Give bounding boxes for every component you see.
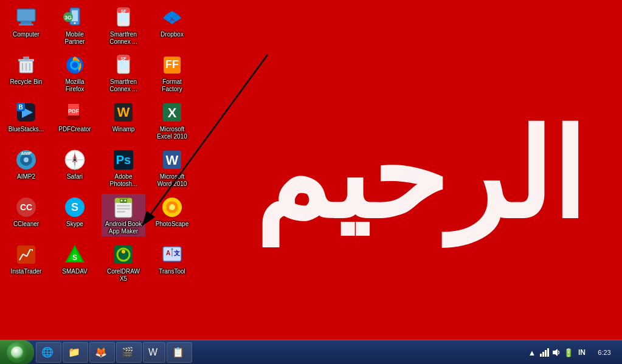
tray-network-icon[interactable] [538,340,550,364]
icon-transtool-label: TransTool [159,268,185,275]
clock[interactable]: 6:23 [589,340,620,364]
svg-rect-97 [545,350,547,357]
icon-dropbox[interactable]: Dropbox [149,3,195,48]
icon-mozilla-firefox[interactable]: MozillaFirefox [52,50,98,95]
svg-point-5 [74,22,76,24]
svg-point-70 [121,200,123,202]
svg-point-71 [125,200,126,202]
svg-text:FF: FF [165,58,179,70]
svg-point-25 [72,62,78,68]
taskbar-misc-button[interactable]: 📋 [167,342,192,363]
icon-instatrader-label: InstaTrader [11,268,42,275]
icon-pdfcreator[interactable]: PDF PDFCreator [52,98,98,143]
start-button[interactable] [0,340,34,365]
svg-rect-0 [17,9,35,21]
icon-android-book-label: Android BookApp Maker [105,221,142,235]
svg-text:W: W [166,153,179,168]
svg-point-76 [169,204,175,210]
svg-rect-77 [17,246,35,264]
icon-winamp-label: Winamp [112,126,135,133]
taskbar-explorer-button[interactable]: 📁 [63,342,88,363]
svg-text:A: A [166,250,170,256]
svg-text:CC: CC [20,202,32,212]
taskbar-word-button[interactable]: W [143,342,165,363]
icon-winamp[interactable]: W Winamp [100,98,147,143]
icon-smadav[interactable]: S SMADAV [52,240,98,285]
start-orb [7,342,27,363]
arabic-text: الرحيم [213,12,622,340]
explorer-icon: 📁 [68,346,80,358]
icon-ccleaner-label: CCleaner [13,221,39,228]
icon-photoscape[interactable]: PhotoScape [149,193,195,238]
icon-recycle-bin[interactable]: Recycle Bin [3,50,49,95]
icon-firefox-label: MozillaFirefox [65,78,84,93]
tray-volume-icon[interactable] [550,340,562,364]
misc-icon: 📋 [172,346,184,358]
icon-photoshop[interactable]: Ps AdobePhotosh... [100,145,147,190]
svg-rect-67 [117,208,130,210]
icon-smartfren-1[interactable]: SF SmartfrenConnex ... [100,3,147,48]
language-indicator[interactable]: IN [575,348,589,357]
svg-rect-96 [542,352,544,357]
svg-rect-39 [67,115,80,120]
icon-smartfren2-label: SmartfrenConnex ... [109,78,137,93]
svg-rect-98 [547,348,549,357]
icon-bluestacks-label: BlueStacks... [9,126,44,133]
icon-aimp2[interactable]: AIMP AIMP2 [3,145,49,190]
ie-icon: 🌐 [41,346,54,358]
taskbar-ie-button[interactable]: 🌐 [36,342,61,363]
icon-smadav-label: SMADAV [62,268,88,275]
taskbar-media-button[interactable]: 🎬 [116,342,142,363]
icon-skype[interactable]: S Skype [52,193,98,238]
svg-point-87 [122,250,125,253]
icon-ccleaner[interactable]: CC CCleaner [3,193,49,238]
svg-text:B: B [18,104,22,111]
icon-bluestacks[interactable]: B BlueStacks... [3,98,49,143]
icon-format-label: FormatFactory [162,78,182,93]
icon-android-book[interactable]: Android BookApp Maker [100,193,147,238]
svg-text:SF: SF [121,57,127,61]
icon-transtool[interactable]: A 文 TransTool [149,240,195,285]
icon-safari-label: Safari [67,173,83,180]
icon-mobile-partner-label: MobilePartner [65,31,85,46]
icon-photoshop-label: AdobePhotosh... [109,173,137,188]
svg-text:S: S [71,201,78,213]
desktop-icons: Computer 3G MobilePartner SF SmartfrenCo… [0,0,207,337]
svg-text:PDF: PDF [68,108,80,114]
svg-rect-2 [19,24,33,26]
icon-dropbox-label: Dropbox [161,31,184,38]
icon-word-2010[interactable]: W MicrosoftWord 2010 [149,145,195,190]
icon-word-label: MicrosoftWord 2010 [157,173,187,188]
icon-smartfren-2[interactable]: SF SmartfrenConnex ... [100,50,147,95]
start-orb-inner [11,346,23,359]
taskbar: 🌐 📁 🦊 🎬 W 📋 ▲ 🔋 IN [0,340,622,364]
tray-battery-icon[interactable]: 🔋 [562,340,575,364]
clock-time: 6:23 [598,349,610,356]
svg-text:X: X [168,105,177,120]
icon-aimp2-label: AIMP2 [17,173,35,180]
icon-excel-2010[interactable]: X MicrosoftExcel 2010 [149,98,195,143]
icon-mobile-partner[interactable]: 3G MobilePartner [52,3,98,48]
svg-text:W: W [117,105,130,120]
tray-arrow-icon[interactable]: ▲ [526,340,538,364]
icon-coreldraw[interactable]: CorelDRAWX5 [100,240,147,285]
svg-text:3G: 3G [64,15,72,21]
icon-computer[interactable]: Computer [3,3,49,48]
svg-rect-68 [117,211,125,213]
word-task-icon: W [148,347,157,358]
taskbar-firefox-button[interactable]: 🦊 [89,342,115,363]
icon-recycle-label: Recycle Bin [10,78,43,86]
svg-marker-99 [553,349,558,356]
icon-smartfren1-label: SmartfrenConnex ... [109,31,137,46]
icon-excel-label: MicrosoftExcel 2010 [157,126,187,140]
icon-photoscape-label: PhotoScape [156,221,189,228]
svg-text:文: 文 [174,250,180,256]
icon-safari[interactable]: Safari [52,145,98,190]
icon-format-factory[interactable]: FF FormatFactory [149,50,195,95]
svg-point-46 [24,157,29,162]
svg-rect-66 [117,205,130,207]
svg-text:SF: SF [121,9,127,13]
icon-instatrader[interactable]: InstaTrader [3,240,49,285]
icon-pdfcreator-label: PDFCreator [58,126,91,133]
media-icon: 🎬 [122,346,134,358]
